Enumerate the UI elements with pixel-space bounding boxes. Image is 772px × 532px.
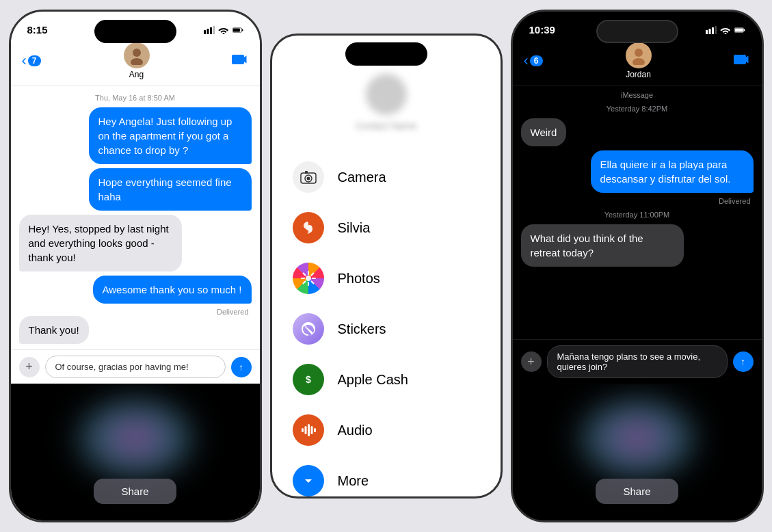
delivered-3: Delivered — [521, 197, 751, 205]
app-item-more[interactable]: More — [272, 455, 501, 498]
camera-icon — [293, 161, 324, 193]
time-label-2: Yesterday 11:00PM — [521, 211, 754, 219]
chevron-icon-1: ‹ — [22, 53, 27, 68]
input-bar-3: + Mañana tengo plans to see a movie, qui… — [513, 339, 762, 384]
dark-message-3: What did you think of the retreat today? — [521, 224, 754, 267]
add-button-1[interactable]: + — [19, 357, 40, 377]
svg-rect-33 — [715, 26, 717, 34]
battery-icon — [232, 26, 243, 34]
svg-point-13 — [306, 225, 311, 230]
svg-rect-26 — [304, 426, 306, 434]
back-button-3[interactable]: ‹ 6 — [524, 53, 543, 68]
svg-line-19 — [303, 274, 305, 276]
wifi-icon — [218, 26, 229, 34]
nav-center-3: Jordan — [626, 42, 652, 79]
app-item-stickers[interactable]: Stickers — [272, 304, 501, 354]
dynamic-island-1 — [94, 20, 176, 43]
svg-point-11 — [306, 177, 310, 181]
svg-rect-28 — [310, 426, 312, 434]
message-2: Hope everything seemed fine haha — [19, 168, 252, 211]
video-button-3[interactable] — [734, 53, 750, 69]
message-input-1[interactable]: Of course, gracias por having me! — [45, 356, 226, 378]
message-4: Awesome thank you so much ! — [19, 276, 252, 304]
app-item-audio[interactable]: Audio — [272, 405, 501, 455]
svg-line-21 — [311, 274, 313, 276]
back-badge-3: 6 — [530, 55, 543, 66]
silvia-label: Silvia — [338, 220, 371, 236]
avatar-image-1 — [127, 46, 146, 65]
avatar-1 — [124, 42, 150, 68]
svg-rect-2 — [210, 27, 212, 34]
apple-cash-label: Apple Cash — [338, 372, 408, 388]
svg-point-37 — [635, 49, 643, 57]
svg-rect-6 — [232, 28, 239, 31]
battery-icon-3 — [734, 26, 745, 34]
delivered-1: Delivered — [19, 308, 249, 316]
input-bar-1: + Of course, gracias por having me! ↑ — [11, 349, 260, 384]
more-icon — [293, 465, 324, 496]
apps-panel: Camera Silvia — [272, 138, 501, 498]
nav-bar-1: ‹ 7 Ang — [11, 40, 260, 85]
chevron-icon-3: ‹ — [524, 53, 529, 68]
stickers-icon — [293, 313, 324, 345]
svg-point-38 — [633, 58, 645, 65]
imessage-label: iMessage — [521, 91, 754, 99]
app-item-apple-cash[interactable]: $ Apple Cash — [272, 354, 501, 405]
video-button-1[interactable] — [232, 53, 248, 69]
bubble-2: Hope everything seemed fine haha — [89, 168, 252, 211]
send-button-1[interactable]: ↑ — [231, 357, 252, 377]
contact-name-3: Jordan — [626, 70, 651, 79]
svg-rect-35 — [743, 29, 745, 31]
back-badge-1: 7 — [28, 55, 41, 66]
more-label: More — [338, 473, 369, 489]
dark-bubble-2: Ella quiere ir a la playa para descansar… — [591, 150, 754, 193]
glow-area-1: Share — [11, 384, 260, 520]
time-label-1: Yesterday 8:42PM — [521, 105, 754, 113]
back-button-1[interactable]: ‹ 7 — [22, 53, 41, 68]
svg-line-22 — [303, 282, 305, 284]
blurred-avatar — [366, 74, 407, 115]
dark-message-2: Ella quiere ir a la playa para descansar… — [521, 150, 754, 193]
svg-rect-30 — [706, 30, 708, 34]
bubble-1: Hey Angela! Just following up on the apa… — [89, 107, 252, 164]
signal-icon-3 — [706, 26, 717, 34]
svg-rect-12 — [305, 171, 308, 174]
share-button-1[interactable]: Share — [94, 479, 176, 504]
audio-icon — [293, 414, 324, 446]
svg-rect-31 — [708, 29, 710, 34]
message-input-3[interactable]: Mañana tengo plans to see a movie, quier… — [547, 345, 728, 378]
add-button-3[interactable]: + — [521, 351, 542, 372]
messages-area-3: iMessage Yesterday 8:42PM Weird Ella qui… — [513, 85, 762, 339]
video-icon-1 — [232, 53, 248, 66]
svg-rect-3 — [213, 26, 215, 34]
svg-rect-27 — [308, 424, 310, 436]
share-button-3[interactable]: Share — [596, 479, 678, 504]
glow-orb-3 — [569, 390, 706, 486]
nav-bar-3: ‹ 6 Jordan — [513, 40, 762, 85]
dark-bubble-3: What did you think of the retreat today? — [521, 224, 684, 267]
svg-point-8 — [131, 58, 143, 65]
contact-name-1: Ang — [129, 70, 144, 79]
svg-rect-29 — [314, 428, 316, 432]
signal-icon — [204, 26, 215, 34]
camera-label: Camera — [338, 170, 386, 185]
date-label-1: Thu, May 16 at 8:50 AM — [19, 94, 252, 102]
photos-label: Photos — [338, 271, 380, 287]
blurred-name: Contact Name — [356, 120, 416, 131]
audio-label: Audio — [338, 423, 373, 438]
app-item-camera[interactable]: Camera — [272, 152, 501, 202]
svg-rect-36 — [734, 28, 743, 31]
app-item-photos[interactable]: Photos — [272, 253, 501, 304]
app-item-silvia[interactable]: Silvia — [272, 202, 501, 253]
messages-area-1: Thu, May 16 at 8:50 AM Hey Angela! Just … — [11, 85, 260, 349]
nav-center-1: Ang — [124, 42, 150, 79]
apple-cash-icon: $ — [293, 364, 324, 395]
wifi-icon-3 — [720, 26, 731, 34]
message-3: Hey! Yes, stopped by last night and ever… — [19, 215, 252, 271]
send-button-3[interactable]: ↑ — [733, 351, 754, 372]
svg-point-14 — [306, 276, 311, 281]
svg-rect-25 — [302, 428, 304, 432]
glow-area-3: Share — [513, 384, 762, 520]
silvia-icon — [293, 212, 324, 243]
svg-rect-5 — [241, 29, 243, 31]
